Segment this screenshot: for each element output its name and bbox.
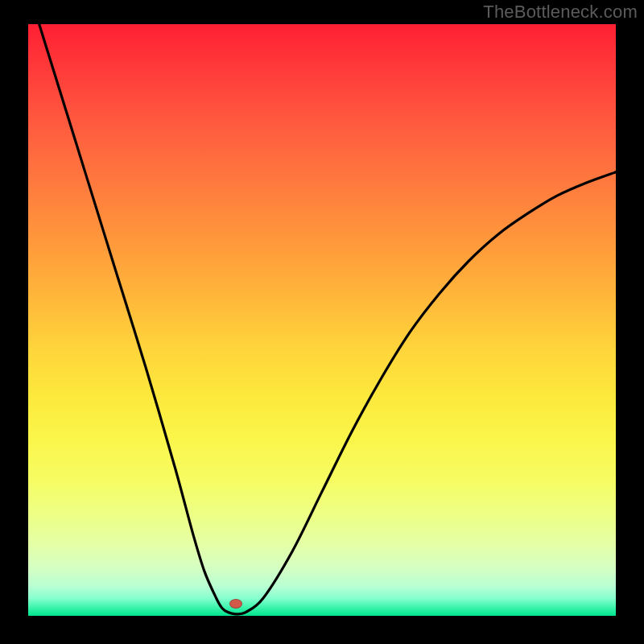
optimum-marker [229,599,242,609]
bottleneck-curve [28,24,616,614]
plot-area [28,24,616,616]
watermark-label: TheBottleneck.com [483,2,638,23]
chart-frame: TheBottleneck.com [0,0,644,644]
curve-svg [28,24,616,616]
